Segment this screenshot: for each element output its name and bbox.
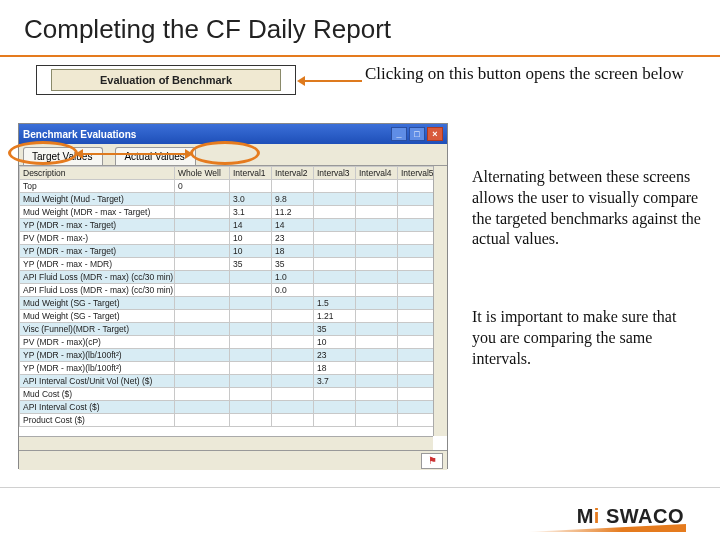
cell-description[interactable]: Mud Weight (SG - Target) [20, 310, 175, 323]
cell-value[interactable] [230, 375, 272, 388]
cell-value[interactable] [314, 414, 356, 427]
cell-value[interactable]: 9.8 [272, 193, 314, 206]
cell-value[interactable]: 18 [314, 362, 356, 375]
cell-description[interactable]: API Interval Cost/Unit Vol (Net) ($) [20, 375, 175, 388]
table-row[interactable]: Mud Weight (SG - Target)1.21 [20, 310, 448, 323]
cell-value[interactable] [230, 336, 272, 349]
minimize-button[interactable]: _ [391, 127, 407, 141]
cell-value[interactable] [356, 271, 398, 284]
cell-value[interactable] [230, 323, 272, 336]
cell-value[interactable] [175, 414, 230, 427]
cell-value[interactable] [356, 362, 398, 375]
table-row[interactable]: YP (MDR - max)(lb/100ft²)18 [20, 362, 448, 375]
cell-value[interactable]: 23 [272, 232, 314, 245]
col-interval4[interactable]: Interval4 [356, 167, 398, 180]
table-row[interactable]: Visc (Funnel)(MDR - Target)35 [20, 323, 448, 336]
cell-value[interactable]: 23 [314, 349, 356, 362]
cell-value[interactable]: 1.5 [314, 297, 356, 310]
cell-description[interactable]: API Fluid Loss (MDR - max) (cc/30 min) [20, 284, 175, 297]
cell-value[interactable]: 14 [230, 219, 272, 232]
table-row[interactable]: YP (MDR - max - Target)1018 [20, 245, 448, 258]
cell-value[interactable] [356, 193, 398, 206]
cell-value[interactable] [356, 310, 398, 323]
cell-description[interactable]: Mud Weight (Mud - Target) [20, 193, 175, 206]
cell-value[interactable] [356, 349, 398, 362]
cell-value[interactable]: 10 [230, 245, 272, 258]
cell-value[interactable] [356, 388, 398, 401]
cell-value[interactable] [272, 323, 314, 336]
cell-value[interactable] [272, 414, 314, 427]
dialog-titlebar[interactable]: Benchmark Evaluations _ □ × [19, 124, 447, 144]
cell-value[interactable]: 18 [272, 245, 314, 258]
cell-description[interactable]: YP (MDR - max)(lb/100ft²) [20, 362, 175, 375]
cell-value[interactable]: 3.0 [230, 193, 272, 206]
table-row[interactable]: API Fluid Loss (MDR - max) (cc/30 min)1.… [20, 271, 448, 284]
cell-value[interactable] [314, 193, 356, 206]
cell-value[interactable] [175, 297, 230, 310]
cell-value[interactable] [175, 349, 230, 362]
cell-value[interactable] [175, 206, 230, 219]
cell-value[interactable] [230, 284, 272, 297]
cell-value[interactable] [356, 284, 398, 297]
cell-value[interactable] [272, 362, 314, 375]
cell-value[interactable]: 35 [272, 258, 314, 271]
cell-value[interactable] [356, 414, 398, 427]
cell-value[interactable] [175, 401, 230, 414]
cell-value[interactable] [356, 401, 398, 414]
col-interval3[interactable]: Interval3 [314, 167, 356, 180]
cell-value[interactable] [314, 180, 356, 193]
cell-description[interactable]: Top [20, 180, 175, 193]
maximize-button[interactable]: □ [409, 127, 425, 141]
benchmark-table[interactable]: Description Whole Well Interval1 Interva… [19, 166, 447, 427]
cell-value[interactable] [314, 245, 356, 258]
cell-value[interactable] [272, 180, 314, 193]
cell-value[interactable] [175, 271, 230, 284]
cell-value[interactable] [272, 336, 314, 349]
table-row[interactable]: Product Cost ($) [20, 414, 448, 427]
table-row[interactable]: Top0 [20, 180, 448, 193]
cell-value[interactable] [356, 219, 398, 232]
cell-description[interactable]: YP (MDR - max - MDR) [20, 258, 175, 271]
cell-value[interactable] [272, 310, 314, 323]
cell-value[interactable] [356, 375, 398, 388]
cell-value[interactable] [230, 388, 272, 401]
cell-value[interactable] [230, 414, 272, 427]
table-row[interactable]: API Interval Cost ($) [20, 401, 448, 414]
cell-description[interactable]: YP (MDR - max - Target) [20, 245, 175, 258]
vertical-scrollbar[interactable] [433, 166, 447, 436]
cell-value[interactable] [175, 388, 230, 401]
cell-value[interactable] [314, 258, 356, 271]
cell-value[interactable] [314, 232, 356, 245]
cell-value[interactable]: 3.1 [230, 206, 272, 219]
cell-value[interactable] [356, 245, 398, 258]
cell-value[interactable]: 10 [314, 336, 356, 349]
cell-value[interactable] [356, 180, 398, 193]
cell-description[interactable]: API Fluid Loss (MDR - max) (cc/30 min) [20, 271, 175, 284]
cell-value[interactable] [356, 323, 398, 336]
cell-value[interactable]: 11.2 [272, 206, 314, 219]
cell-value[interactable]: 3.7 [314, 375, 356, 388]
cell-value[interactable] [175, 284, 230, 297]
cell-value[interactable] [356, 206, 398, 219]
tab-actual-values[interactable]: Actual Values [115, 147, 195, 165]
cell-value[interactable] [230, 349, 272, 362]
cell-value[interactable] [230, 297, 272, 310]
cell-description[interactable]: Visc (Funnel)(MDR - Target) [20, 323, 175, 336]
cell-value[interactable]: 35 [230, 258, 272, 271]
cell-value[interactable] [356, 297, 398, 310]
cell-value[interactable] [175, 375, 230, 388]
cell-value[interactable] [175, 258, 230, 271]
table-row[interactable]: Mud Weight (MDR - max - Target)3.111.2 [20, 206, 448, 219]
cell-value[interactable]: 0 [175, 180, 230, 193]
cell-value[interactable] [230, 271, 272, 284]
cell-value[interactable] [314, 284, 356, 297]
cell-description[interactable]: Mud Weight (MDR - max - Target) [20, 206, 175, 219]
cell-value[interactable] [314, 388, 356, 401]
cell-description[interactable]: Mud Cost ($) [20, 388, 175, 401]
table-row[interactable]: API Fluid Loss (MDR - max) (cc/30 min)0.… [20, 284, 448, 297]
cell-description[interactable]: API Interval Cost ($) [20, 401, 175, 414]
status-flag-icon[interactable]: ⚑ [421, 453, 443, 469]
cell-value[interactable] [230, 401, 272, 414]
cell-value[interactable] [175, 193, 230, 206]
cell-value[interactable] [356, 232, 398, 245]
